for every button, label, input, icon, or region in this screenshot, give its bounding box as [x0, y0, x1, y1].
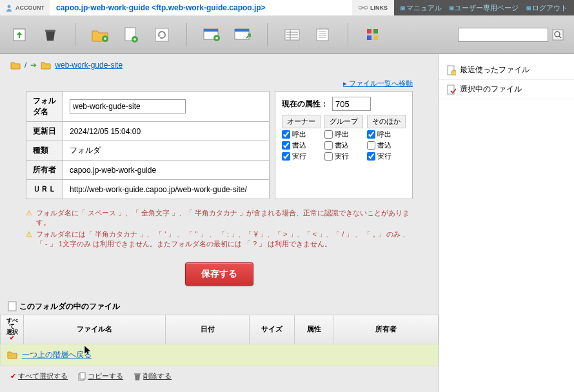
- value-updated: 2024/12/05 15:04:00: [63, 122, 270, 141]
- window-add-icon[interactable]: [203, 26, 221, 44]
- trash-icon[interactable]: [41, 26, 59, 44]
- chk-other-write[interactable]: [367, 141, 375, 150]
- warn-icon: ⚠: [26, 208, 32, 228]
- top-bar: ACCOUNT capoo.jp-web-work-guide <ftp.web…: [0, 0, 574, 15]
- warn-icon: ⚠: [26, 230, 32, 250]
- svg-point-0: [8, 5, 11, 8]
- save-button[interactable]: 保存する: [185, 262, 253, 286]
- th-owner[interactable]: 所有者: [333, 315, 439, 344]
- chk-owner-exec[interactable]: [282, 152, 290, 161]
- svg-rect-11: [204, 29, 218, 32]
- label-url: ＵＲＬ: [26, 180, 63, 199]
- folder-icon: [41, 61, 51, 70]
- value-owner: capoo.jp-web-work-guide: [63, 161, 270, 180]
- col-other: そのほか: [367, 115, 406, 128]
- document-check-icon: [447, 84, 456, 95]
- th-size[interactable]: サイズ: [250, 315, 295, 344]
- svg-point-37: [451, 70, 456, 75]
- svg-rect-28: [373, 35, 378, 40]
- value-type: フォルダ: [63, 141, 270, 161]
- grid-icon[interactable]: [364, 26, 382, 44]
- up-link[interactable]: 一つ上の階層へ戻る: [22, 350, 92, 359]
- person-icon: [5, 4, 13, 12]
- svg-rect-14: [235, 29, 249, 32]
- table-row[interactable]: 一つ上の階層へ戻る: [1, 344, 439, 366]
- chk-group-write[interactable]: [324, 141, 333, 150]
- account-label: ACCOUNT: [15, 5, 45, 11]
- account-tab: ACCOUNT: [0, 0, 50, 15]
- new-folder-icon[interactable]: [91, 26, 109, 44]
- value-url: http://web-work-guide.capoo.jp/web-work-…: [63, 180, 270, 199]
- arrow-icon: ➔: [30, 61, 37, 70]
- root-link[interactable]: /: [25, 61, 26, 70]
- filelist-link-row: ▸ ファイル一覧へ移動: [0, 76, 439, 91]
- note-2: フォルダ名には「 半角カタカナ 」、 「 ' 」 、 「 " 」 、 「 : 」…: [36, 230, 413, 250]
- search-icon[interactable]: [552, 29, 564, 41]
- copy-action[interactable]: コピーする: [78, 371, 123, 381]
- th-filename[interactable]: ファイル名: [24, 315, 166, 344]
- attr-label: 現在の属性：: [282, 99, 328, 110]
- col-owner: オーナー: [282, 115, 321, 128]
- document-icon: [447, 65, 456, 75]
- svg-rect-9: [155, 28, 168, 41]
- detail-view-icon[interactable]: [314, 26, 332, 44]
- list-view-icon[interactable]: [283, 26, 301, 44]
- svg-rect-35: [134, 373, 141, 375]
- sidebar-selected[interactable]: 選択中のファイル: [439, 80, 574, 99]
- copy-icon: [78, 372, 86, 381]
- breadcrumb-current[interactable]: web-work-gude-site: [55, 61, 123, 70]
- svg-rect-32: [8, 302, 16, 311]
- label-owner: 所有者: [26, 161, 63, 180]
- divider: [75, 23, 75, 46]
- chk-owner-write[interactable]: [282, 141, 290, 150]
- sidebar: 最近使ったファイル 選択中のファイル: [439, 54, 574, 392]
- chk-group-exec[interactable]: [324, 152, 333, 161]
- refresh-icon[interactable]: [153, 26, 171, 44]
- svg-rect-20: [317, 29, 328, 41]
- col-group: グループ: [324, 115, 363, 128]
- chk-other-exec[interactable]: [367, 152, 375, 161]
- th-date[interactable]: 日付: [166, 315, 250, 344]
- chk-owner-read[interactable]: [282, 130, 290, 139]
- note-1: フォルダ名に「 スペース 」、「 全角文字 」、「 半角カタカナ 」が含まれる場…: [36, 208, 413, 228]
- upload-icon[interactable]: [10, 26, 28, 44]
- th-attr[interactable]: 属性: [295, 315, 333, 344]
- label-updated: 更新日: [26, 122, 63, 141]
- top-links: ◙マニュアル ◙ユーザー専用ページ ◙ログアウト: [394, 0, 574, 15]
- divider: [348, 23, 348, 46]
- folder-icon: [10, 61, 21, 70]
- divider: [267, 23, 268, 46]
- chk-other-read[interactable]: [367, 130, 375, 139]
- notes: ⚠フォルダ名に「 スペース 」、「 全角文字 」、「 半角カタカナ 」が含まれる…: [0, 206, 439, 253]
- content: / ➔ web-work-gude-site ▸ ファイル一覧へ移動 フォルダ名…: [0, 54, 574, 392]
- up-one-level-cell[interactable]: 一つ上の階層へ戻る: [1, 344, 439, 366]
- label-folder-name: フォルダ名: [26, 92, 63, 122]
- window-new-icon[interactable]: [233, 26, 252, 44]
- delete-action[interactable]: 削除する: [134, 371, 172, 381]
- toolbar: [0, 15, 574, 54]
- select-all-action[interactable]: ✔ すべて選択する: [10, 371, 68, 381]
- folder-name-input[interactable]: [70, 99, 186, 113]
- svg-rect-27: [367, 35, 371, 40]
- attr-value-input[interactable]: [332, 97, 371, 111]
- sidebar-recent[interactable]: 最近使ったファイル: [439, 61, 574, 80]
- logout-link[interactable]: ◙ログアウト: [526, 3, 568, 13]
- attributes-box: 現在の属性： オーナー グループ そのほか 呼出 呼出 呼出 書込 書込 書込 …: [275, 91, 413, 199]
- search-area: [458, 28, 564, 42]
- svg-rect-25: [367, 29, 371, 34]
- breadcrumb: / ➔ web-work-gude-site: [0, 54, 439, 76]
- new-file-icon[interactable]: [122, 26, 140, 44]
- search-input[interactable]: [458, 28, 548, 42]
- main-panel: / ➔ web-work-gude-site ▸ ファイル一覧へ移動 フォルダ名…: [0, 54, 439, 392]
- userpage-link[interactable]: ◙ユーザー専用ページ: [450, 3, 519, 13]
- manual-link[interactable]: ◙マニュアル: [401, 3, 442, 13]
- svg-rect-26: [373, 29, 378, 34]
- trash-small-icon: [134, 372, 141, 381]
- divider: [186, 23, 187, 46]
- links-label: LINKS: [370, 5, 388, 11]
- filelist-link[interactable]: ▸ ファイル一覧へ移動: [343, 79, 413, 87]
- folder-contents-header: このフォルダの中のファイル: [0, 299, 439, 315]
- th-selectall[interactable]: すべて 選択✔: [1, 315, 24, 344]
- chk-group-read[interactable]: [324, 130, 333, 139]
- details-table: フォルダ名 更新日 2024/12/05 15:04:00 種類 フォルダ 所有…: [26, 91, 270, 199]
